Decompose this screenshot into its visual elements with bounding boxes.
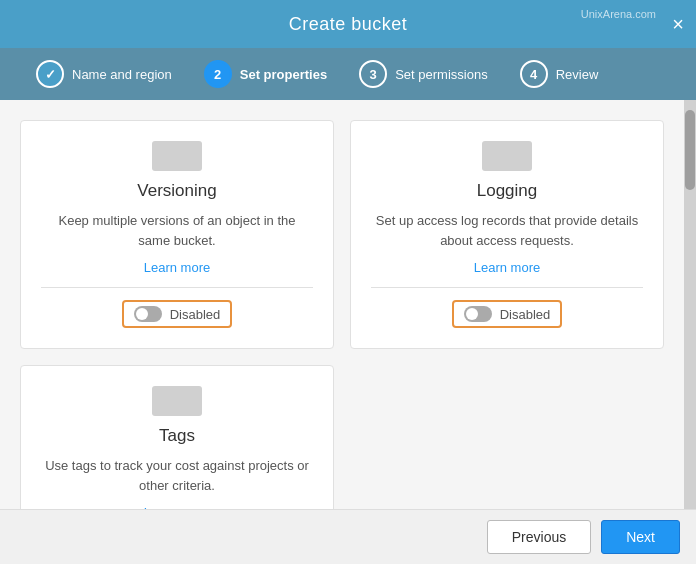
logging-toggle-label: Disabled: [500, 307, 551, 322]
step-4-circle: 4: [520, 60, 548, 88]
versioning-description: Keep multiple versions of an object in t…: [41, 211, 313, 250]
versioning-title: Versioning: [137, 181, 216, 201]
tags-learn-more[interactable]: Learn more: [144, 505, 210, 509]
versioning-toggle[interactable]: [134, 306, 162, 322]
step-4-label: Review: [556, 67, 599, 82]
step-3-label: Set permissions: [395, 67, 487, 82]
logging-toggle-row[interactable]: Disabled: [452, 300, 563, 328]
cards-grid: Versioning Keep multiple versions of an …: [20, 120, 664, 509]
content-area: Versioning Keep multiple versions of an …: [0, 100, 696, 509]
next-button[interactable]: Next: [601, 520, 680, 554]
modal-header: UnixArena.com Create bucket ×: [0, 0, 696, 48]
watermark: UnixArena.com: [581, 8, 656, 20]
step-1-label: Name and region: [72, 67, 172, 82]
versioning-divider: [41, 287, 313, 288]
step-1-circle: ✓: [36, 60, 64, 88]
close-button[interactable]: ×: [672, 14, 684, 34]
versioning-learn-more[interactable]: Learn more: [144, 260, 210, 275]
step-2-circle: 2: [204, 60, 232, 88]
versioning-toggle-label: Disabled: [170, 307, 221, 322]
step-3-number: 3: [370, 67, 377, 82]
scrollbar-thumb[interactable]: [685, 110, 695, 190]
step-1-checkmark: ✓: [45, 67, 56, 82]
modal-title: Create bucket: [289, 14, 408, 35]
logging-divider: [371, 287, 643, 288]
step-3-circle: 3: [359, 60, 387, 88]
logging-description: Set up access log records that provide d…: [371, 211, 643, 250]
step-1[interactable]: ✓ Name and region: [20, 60, 188, 88]
versioning-card: Versioning Keep multiple versions of an …: [20, 120, 334, 349]
create-bucket-modal: UnixArena.com Create bucket × ✓ Name and…: [0, 0, 696, 564]
step-4-number: 4: [530, 67, 537, 82]
step-4[interactable]: 4 Review: [504, 60, 615, 88]
logging-learn-more[interactable]: Learn more: [474, 260, 540, 275]
step-2[interactable]: 2 Set properties: [188, 60, 343, 88]
logging-toggle[interactable]: [464, 306, 492, 322]
logging-icon: [482, 141, 532, 171]
logging-title: Logging: [477, 181, 538, 201]
step-3[interactable]: 3 Set permissions: [343, 60, 503, 88]
tags-icon: [152, 386, 202, 416]
scrollbar-track[interactable]: [684, 100, 696, 509]
logging-card: Logging Set up access log records that p…: [350, 120, 664, 349]
tags-card: Tags Use tags to track your cost against…: [20, 365, 334, 509]
versioning-toggle-row[interactable]: Disabled: [122, 300, 233, 328]
steps-bar: ✓ Name and region 2 Set properties 3 Set…: [0, 48, 696, 100]
previous-button[interactable]: Previous: [487, 520, 591, 554]
tags-title: Tags: [159, 426, 195, 446]
step-2-label: Set properties: [240, 67, 327, 82]
tags-description: Use tags to track your cost against proj…: [41, 456, 313, 495]
step-2-number: 2: [214, 67, 221, 82]
footer: Previous Next: [0, 509, 696, 564]
scrollable-content[interactable]: Versioning Keep multiple versions of an …: [0, 100, 684, 509]
versioning-icon: [152, 141, 202, 171]
